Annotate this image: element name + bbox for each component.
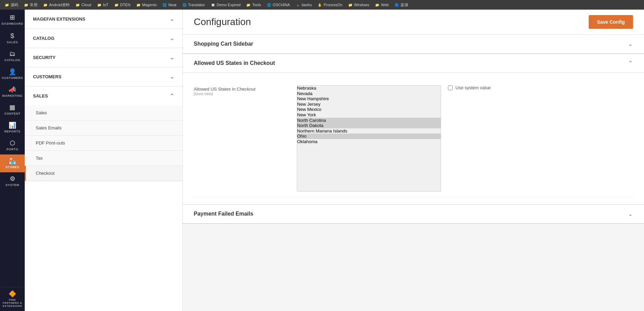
sidebar-item-system[interactable]: ⚙ SYSTEM (0, 172, 25, 190)
accordion-magefan: MAGEFAN EXTENSIONS ⌄ (25, 10, 182, 29)
system-icon: ⚙ (10, 176, 15, 182)
bookmark-tiaohu[interactable]: ▲ tiaohu (294, 2, 314, 8)
dashboard-icon: ⊞ (10, 14, 15, 21)
allowed-states-body: Allowed US States in Checkout [store vie… (183, 73, 644, 204)
accordion-magefan-header[interactable]: MAGEFAN EXTENSIONS ⌄ (25, 10, 182, 28)
folder-icon: 📁 (75, 2, 80, 7)
bookmark-translator[interactable]: 🌐 Translator (180, 2, 207, 8)
chevron-down-icon: ⌄ (170, 35, 174, 42)
section-payment-failed-emails: Payment Failed Emails ⌄ (183, 205, 644, 224)
sales-icon: $ (10, 32, 14, 39)
globe-icon: 🌐 (267, 2, 271, 7)
use-system-value-checkbox[interactable] (448, 85, 453, 90)
sidebar-item-stores[interactable]: 🏪 STORES (0, 154, 25, 172)
accordion-customers-header[interactable]: CUSTOMERS ⌄ (25, 67, 182, 86)
content-icon: ▦ (9, 104, 15, 111)
save-config-button[interactable]: Save Config (589, 15, 633, 29)
bookmark-neat[interactable]: 🌐 Neat (160, 2, 178, 8)
sales-sub-checkout[interactable]: Checkout (25, 166, 182, 181)
sidebar-item-marketing[interactable]: 📣 MARKETING (0, 83, 25, 101)
lanhu-icon: 🔵 (394, 2, 399, 7)
accordion-sales-header[interactable]: SALES ⌃ (25, 87, 182, 105)
bookmark-dten[interactable]: 📁 DTEN (112, 2, 132, 8)
partners-icon: 🔶 (9, 291, 16, 297)
porto-icon: ⬡ (10, 140, 15, 146)
chevron-down-icon: ⌄ (170, 54, 174, 61)
bookmark-lanhu[interactable]: 🔵 蓝湖 (393, 2, 410, 8)
sales-sub-pdf[interactable]: PDF Print-outs (25, 136, 182, 151)
bookmarks-bar: 📁 源码 📁 常用 📁 Android资料 📁 Cloud 📁 IoT 📁 DT… (0, 0, 644, 10)
sales-sub-emails[interactable]: Sales Emails (25, 120, 182, 136)
section-header-payment-failed[interactable]: Payment Failed Emails ⌄ (183, 205, 644, 223)
sidebar-item-content[interactable]: ▦ CONTENT (0, 101, 25, 119)
folder-icon: 📁 (348, 2, 353, 7)
use-system-value-row: Use system value (448, 85, 491, 90)
allowed-states-control: NebraskaNevadaNew HampshireNew JerseyNew… (297, 85, 633, 192)
allowed-states-label: Allowed US States in Checkout [store vie… (194, 85, 297, 96)
states-listbox[interactable]: NebraskaNevadaNew HampshireNew JerseyNew… (297, 85, 441, 192)
marketing-icon: 📣 (9, 87, 16, 93)
catalog-icon: 🗂 (9, 51, 16, 57)
sidebar-item-porto[interactable]: ⬡ PORTO (0, 137, 25, 154)
bookmark-processon[interactable]: ✋ ProcessOn (316, 2, 344, 8)
tiaohu-icon: ▲ (295, 2, 300, 7)
processon-icon: ✋ (317, 2, 322, 7)
sidebar-item-sales[interactable]: $ SALES (0, 29, 25, 47)
sidebar: ⊞ DASHBOARD $ SALES 🗂 CATALOG 👤 CUSTOMER… (0, 10, 25, 311)
chevron-up-icon: ⌃ (170, 93, 174, 99)
bookmark-web[interactable]: 📁 Web (373, 2, 390, 8)
sidebar-item-reports[interactable]: 📊 REPORTS (0, 119, 25, 137)
folder-icon: 📁 (43, 2, 48, 7)
globe-icon: 🌐 (182, 2, 187, 7)
folder-icon: 📁 (4, 2, 9, 7)
bookmark-magento[interactable]: 📁 Magento (134, 2, 159, 8)
accordion-catalog-header[interactable]: CATALOG ⌄ (25, 29, 182, 48)
sales-sub-tax[interactable]: Tax (25, 151, 182, 166)
chevron-up-icon: ⌃ (628, 59, 633, 67)
accordion-catalog: CATALOG ⌄ (25, 29, 182, 48)
customers-icon: 👤 (9, 69, 16, 75)
chevron-down-icon: ⌄ (628, 210, 633, 218)
sidebar-item-dashboard[interactable]: ⊞ DASHBOARD (0, 11, 25, 29)
globe-icon: 🌐 (162, 2, 167, 7)
section-allowed-us-states: Allowed US States in Checkout ⌃ Allowed … (183, 54, 644, 205)
app-icon: 🔲 (211, 2, 215, 7)
config-header: Configuration Save Config (183, 10, 644, 35)
config-right-panel: Configuration Save Config Shopping Cart … (183, 10, 644, 311)
folder-icon: 📁 (136, 2, 141, 7)
sidebar-item-partners[interactable]: 🔶 FIND PARTNERS & EXTENSIONS (0, 287, 25, 311)
folder-icon: 📁 (24, 2, 29, 7)
accordion-customers: CUSTOMERS ⌄ (25, 67, 182, 87)
main-area: MAGEFAN EXTENSIONS ⌄ CATALOG ⌄ SECURITY … (25, 10, 644, 311)
bookmark-oschina[interactable]: 🌐 OSCHINA (265, 2, 292, 8)
folder-icon: 📁 (114, 2, 119, 7)
section-header-allowed-states[interactable]: Allowed US States in Checkout ⌃ (183, 54, 644, 73)
sales-sub-sales[interactable]: Sales (25, 105, 182, 120)
bookmark-windows[interactable]: 📁 Windows (346, 2, 371, 8)
bookmark-android[interactable]: 📁 Android资料 (41, 2, 71, 8)
accordion-sales: SALES ⌃ Sales Sales Emails PDF Print-out… (25, 87, 182, 181)
bookmark-cloud[interactable]: 📁 Cloud (74, 2, 93, 8)
chevron-down-icon: ⌄ (170, 16, 174, 22)
config-left-panel: MAGEFAN EXTENSIONS ⌄ CATALOG ⌄ SECURITY … (25, 10, 183, 311)
form-row-allowed-states: Allowed US States in Checkout [store vie… (194, 80, 633, 197)
folder-icon: 📁 (97, 2, 102, 7)
sidebar-item-customers[interactable]: 👤 CUSTOMERS (0, 65, 25, 83)
folder-icon: 📁 (375, 2, 380, 7)
bookmark-demo-expired[interactable]: 🔲 Demo Expired (209, 2, 242, 8)
accordion-security-header[interactable]: SECURITY ⌄ (25, 48, 182, 67)
section-shopping-cart-sidebar: Shopping Cart Sidebar ⌄ (183, 35, 644, 54)
page-title: Configuration (194, 16, 251, 27)
bookmark-changyong[interactable]: 📁 常用 (22, 2, 39, 8)
bookmark-tools[interactable]: 📁 Tools (244, 2, 263, 8)
sales-submenu: Sales Sales Emails PDF Print-outs Tax Ch… (25, 105, 182, 181)
sidebar-item-catalog[interactable]: 🗂 CATALOG (0, 47, 25, 65)
reports-icon: 📊 (9, 122, 16, 128)
folder-icon: 📁 (246, 2, 251, 7)
bookmark-iot[interactable]: 📁 IoT (95, 2, 110, 8)
bookmark-yuanma[interactable]: 📁 源码 (3, 2, 20, 8)
section-header-shopping-cart[interactable]: Shopping Cart Sidebar ⌄ (183, 35, 644, 54)
chevron-down-icon: ⌄ (170, 73, 174, 80)
chevron-down-icon: ⌄ (628, 40, 633, 48)
config-content: Shopping Cart Sidebar ⌄ Allowed US State… (183, 35, 644, 311)
